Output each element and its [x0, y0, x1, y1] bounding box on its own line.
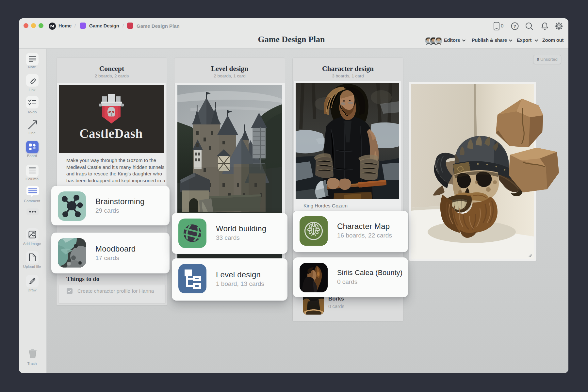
svg-text:?: ? — [514, 24, 516, 29]
svg-text:CastleDash: CastleDash — [79, 126, 143, 140]
